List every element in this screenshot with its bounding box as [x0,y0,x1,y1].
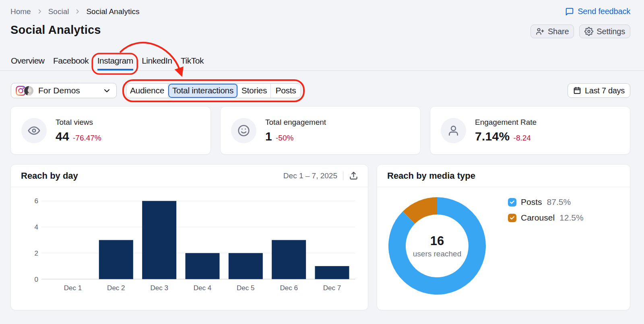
smile-icon [231,118,256,143]
account-name: For Demos [38,86,103,95]
legend-label: Carousel [521,213,555,223]
x-tick-label: Dec 7 [323,284,341,292]
segment-total-interactions[interactable]: Total interactions [168,84,238,98]
x-tick-label: Dec 1 [64,284,82,292]
metric-card-total-engagement: Total engagement 1 -50% [220,106,421,155]
metric-label: Total engagement [265,118,326,127]
metric-change: -8.24 [514,134,531,142]
metric-label: Engagement Rate [475,118,537,127]
send-feedback-label: Send feedback [578,7,630,16]
y-tick-label: 0 [35,276,38,283]
bar-dec-3 [142,201,176,279]
settings-button[interactable]: Settings [579,25,630,38]
chart-cards: Reach by day Dec 1 – 7, 2025 0246Dec 1De… [10,164,630,310]
metric-card-total-views: Total views 44 -76.47% [10,106,211,155]
y-tick-label: 4 [35,223,38,231]
x-tick-label: Dec 2 [107,284,125,292]
breadcrumb: Home Social Social Analytics [10,7,139,16]
date-range-label: Last 7 days [585,86,625,95]
metric-value: 1 [265,130,272,143]
tab-instagram[interactable]: Instagram [97,56,133,70]
chevron-right-icon [74,8,80,14]
legend-value: 87.5% [547,197,571,207]
breadcrumb-social[interactable]: Social [48,7,69,16]
x-tick-label: Dec 6 [280,284,297,292]
reach-by-day-header: Reach by day Dec 1 – 7, 2025 [11,165,368,187]
chevron-right-icon [37,8,43,14]
share-label: Share [548,27,569,36]
metric-change: -50% [276,134,293,142]
metric-card-engagement-rate: Engagement Rate 7.14% -8.24 [430,106,630,155]
breadcrumb-current: Social Analytics [86,7,139,16]
breadcrumb-home[interactable]: Home [10,7,31,16]
person-icon [441,118,466,143]
tabs-divider [0,70,644,71]
page-title: Social Analytics [10,23,101,37]
controls-row: For Demos Audience Total interactions St… [0,71,644,98]
segment-posts[interactable]: Posts [271,84,301,98]
legend-row-posts: Posts87.5% [508,197,584,207]
date-range-button[interactable]: Last 7 days [568,83,630,98]
tab-linkedin[interactable]: LinkedIn [142,56,172,70]
y-tick-label: 6 [35,197,38,205]
metric-cards: Total views 44 -76.47% Total engagement … [10,106,630,155]
title-actions: Share Settings [530,25,630,38]
metric-value: 7.14% [475,130,510,143]
network-tabs: Overview Facebook Instagram LinkedIn Tik… [0,56,644,71]
bar-dec-2 [99,240,133,279]
reach-by-day-card: Reach by day Dec 1 – 7, 2025 0246Dec 1De… [10,164,368,310]
bar-dec-4 [185,253,219,279]
x-tick-label: Dec 5 [237,284,254,292]
legend-row-carousel: Carousel12.5% [508,213,584,223]
export-icon [349,171,358,180]
export-button[interactable] [349,171,358,180]
social-analytics-page: Home Social Social Analytics Send feedba… [0,0,644,324]
reach-by-media-type-header: Reach by media type [377,165,630,187]
segment-audience[interactable]: Audience [126,84,168,98]
metric-label: Total views [56,118,101,127]
x-tick-label: Dec 3 [150,284,168,292]
gear-icon [584,27,593,36]
donut-legend: Posts87.5%Carousel12.5% [508,197,584,223]
tab-facebook[interactable]: Facebook [53,56,89,70]
x-tick-label: Dec 4 [194,284,211,292]
send-feedback-link[interactable]: Send feedback [565,7,630,16]
title-row: Social Analytics Share Settings [0,16,644,38]
account-avatar [24,86,33,95]
user-plus-icon [536,27,545,36]
account-selector[interactable]: For Demos [11,83,117,98]
chart-date-range: Dec 1 – 7, 2025 [283,171,337,180]
bar-dec-7 [315,266,349,279]
eye-icon [21,118,47,143]
y-tick-label: 2 [35,250,38,257]
header-divider [343,171,343,180]
donut-chart: 16 users reached Posts87.5%Carousel12.5% [377,187,630,310]
legend-checkbox-carousel[interactable] [508,214,516,222]
tab-tiktok[interactable]: TikTok [181,56,204,70]
metric-value: 44 [56,130,69,143]
legend-label: Posts [521,197,542,207]
chart-title: Reach by day [21,171,78,181]
top-bar: Home Social Social Analytics Send feedba… [0,0,644,16]
tab-overview[interactable]: Overview [11,56,45,70]
settings-label: Settings [597,27,625,36]
chart-title: Reach by media type [387,171,475,181]
legend-value: 12.5% [559,213,584,223]
calendar-icon [573,87,581,95]
metric-change: -76.47% [73,134,101,142]
legend-checkbox-posts[interactable] [508,198,516,206]
bar-dec-6 [272,240,306,279]
chevron-down-icon [103,87,111,95]
bar-chart: 0246Dec 1Dec 2Dec 3Dec 4Dec 5Dec 6Dec 7 [11,187,368,310]
segment-stories[interactable]: Stories [238,84,271,98]
share-button[interactable]: Share [530,25,574,38]
reach-by-media-type-card: Reach by media type 16 users reached Pos… [377,164,630,310]
check-icon [510,215,515,221]
check-icon [510,200,515,205]
speech-bubble-icon [565,7,574,16]
bar-dec-5 [229,253,263,279]
view-switcher: Audience Total interactions Stories Post… [126,83,301,98]
